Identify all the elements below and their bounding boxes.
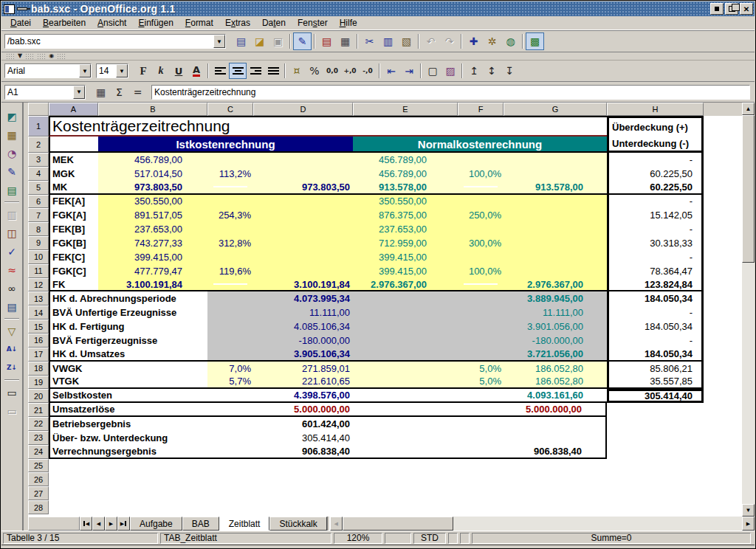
font-name-dropdown-button[interactable]: ▼	[79, 64, 91, 77]
cell-C3[interactable]	[207, 153, 253, 167]
number-format-percent-button[interactable]: %	[306, 63, 323, 79]
cell-C20[interactable]	[207, 389, 253, 403]
draw-functions-button[interactable]: ✎	[3, 162, 21, 181]
cell-G11[interactable]	[504, 264, 607, 278]
cell-D22[interactable]: 601.424,00	[253, 417, 353, 431]
row-label-3[interactable]: MEK	[49, 153, 98, 167]
open-document-button[interactable]: ◪	[250, 32, 269, 50]
cell-H12[interactable]: 123.824,84	[607, 278, 704, 292]
row-header-8[interactable]: 8	[28, 222, 49, 236]
cell-H21[interactable]	[607, 403, 704, 417]
cell-B6[interactable]: 350.550,00	[98, 195, 207, 209]
number-format-currency-button[interactable]: ¤	[288, 63, 306, 79]
vertical-scrollbar-thumb[interactable]	[742, 115, 755, 263]
menu-item-einf-gen[interactable]: Einfügen	[132, 16, 179, 30]
toolbar-grip[interactable]	[37, 53, 46, 59]
cell-G17[interactable]: 3.721.056,00	[504, 348, 607, 362]
menu-item-bearbeiten[interactable]: Bearbeiten	[37, 16, 92, 30]
cell-D20[interactable]: 4.398.576,00	[253, 389, 353, 403]
undo-button[interactable]: ↶	[422, 32, 440, 50]
row-label-16[interactable]: BVÄ Fertigerzeugnisse	[49, 334, 207, 348]
cell-F6[interactable]	[458, 195, 504, 209]
row-header-6[interactable]: 6	[28, 195, 49, 209]
cell-H13[interactable]: 184.050,34	[607, 291, 704, 305]
row-label-14[interactable]: BVÄ Unfertige Erzeugnisse	[49, 305, 207, 320]
cell-H16[interactable]: -	[607, 334, 704, 348]
row-header-21[interactable]: 21	[28, 403, 49, 417]
paste-button[interactable]: ▧	[397, 32, 416, 50]
cell-D24[interactable]: 906.838,40	[253, 445, 353, 459]
cell-E23[interactable]	[353, 431, 458, 445]
next-sheet-button[interactable]: ▶	[105, 517, 117, 531]
status-field-summe-0[interactable]: Summe=0	[472, 533, 751, 544]
cell-E11[interactable]: 399.415,00	[353, 264, 458, 278]
cell-F9[interactable]: 300,0%	[458, 236, 504, 250]
row-label-20[interactable]: Selbstkosten	[49, 389, 207, 403]
status-field-tabelle-3-15[interactable]: Tabelle 3 / 15	[3, 533, 158, 544]
close-button[interactable]: ✕	[740, 3, 753, 15]
save-document-button[interactable]: ▣	[269, 32, 287, 50]
h-column-header-line1[interactable]: Überdeckung (+)	[607, 116, 704, 137]
status-field-blank-3[interactable]	[385, 533, 411, 544]
cell-B12[interactable]: 3.100.191,84	[98, 278, 207, 292]
cell-G10[interactable]	[504, 250, 607, 264]
row-header-14[interactable]: 14	[28, 305, 49, 320]
cell-F21[interactable]	[458, 403, 504, 417]
cell-reference-input[interactable]	[5, 86, 73, 99]
cell-G21[interactable]: 5.000.000,00	[504, 403, 607, 417]
cell-H4[interactable]: 60.225,50	[607, 167, 704, 181]
cell-G18[interactable]: 186.052,80	[504, 362, 607, 376]
row-header-5[interactable]: 5	[28, 181, 49, 195]
cell-E5[interactable]: 913.578,00	[353, 181, 458, 195]
cell-D8[interactable]	[253, 222, 353, 236]
cell-F12[interactable]	[458, 278, 504, 292]
row-header-9[interactable]: 9	[28, 236, 49, 250]
cell-C13[interactable]	[207, 291, 253, 305]
menu-item-datei[interactable]: Datei	[4, 16, 37, 30]
cell-G4[interactable]	[504, 167, 607, 181]
sheet-tab-zeitblatt[interactable]: Zeitblatt	[219, 517, 270, 531]
row-header-10[interactable]: 10	[28, 250, 49, 264]
column-header-H[interactable]: H	[607, 103, 704, 116]
sheet-tab-aufgabe[interactable]: Aufgabe	[130, 517, 182, 531]
cell-E18[interactable]	[353, 362, 458, 376]
cell-F5[interactable]	[458, 181, 504, 195]
cell-E12[interactable]: 2.976.367,00	[353, 278, 458, 292]
cell-F19[interactable]: 5,0%	[458, 376, 504, 390]
cell-D14[interactable]: 11.111,00	[253, 305, 353, 320]
new-document-button[interactable]: ▤	[232, 32, 250, 50]
cell-E3[interactable]: 456.789,00	[353, 153, 458, 167]
row-header-4[interactable]: 4	[28, 167, 49, 181]
row-header-12[interactable]: 12	[28, 278, 49, 292]
cell-D19[interactable]: 221.610,65	[253, 376, 353, 390]
row-header-7[interactable]: 7	[28, 208, 49, 222]
group-button[interactable]: ▭	[3, 383, 21, 401]
row-label-11[interactable]: FGK[C]	[49, 264, 98, 278]
cell-E16[interactable]	[353, 334, 458, 348]
align-bottom-button[interactable]: ↧	[501, 63, 518, 79]
decrease-indent-button[interactable]: ⇤	[382, 63, 400, 79]
autospellcheck-button[interactable]: ≈	[3, 260, 21, 279]
row-header-1[interactable]: 1	[28, 116, 49, 137]
cell-E20[interactable]	[353, 389, 458, 403]
cell-H24[interactable]	[607, 445, 704, 459]
menu-item-ansicht[interactable]: Ansicht	[92, 16, 132, 30]
autofilter-button[interactable]: ▽	[3, 322, 21, 340]
bold-button[interactable]: F	[134, 63, 152, 79]
cell-G16[interactable]: -180.000,00	[504, 334, 607, 348]
empty-row-cells[interactable]	[49, 500, 742, 514]
cell-E10[interactable]: 399.415,00	[353, 250, 458, 264]
cell-E9[interactable]: 712.959,00	[353, 236, 458, 250]
cell-C23[interactable]	[207, 431, 253, 445]
cell-C5[interactable]	[207, 181, 253, 195]
row-label-12[interactable]: FK	[49, 278, 98, 292]
cell-D11[interactable]	[253, 264, 353, 278]
cell-H20[interactable]: 305.414,40	[607, 389, 704, 403]
align-right-button[interactable]	[247, 63, 264, 79]
ist-section-header[interactable]: Istkostenrechnung	[98, 137, 353, 153]
sort-ascending-button[interactable]: A↓	[3, 340, 21, 359]
cell-H18[interactable]: 85.806,21	[607, 362, 704, 376]
cell-H3[interactable]: -	[607, 153, 704, 167]
row-label-19[interactable]: VTGK	[49, 376, 207, 390]
cell-F22[interactable]	[458, 417, 504, 431]
